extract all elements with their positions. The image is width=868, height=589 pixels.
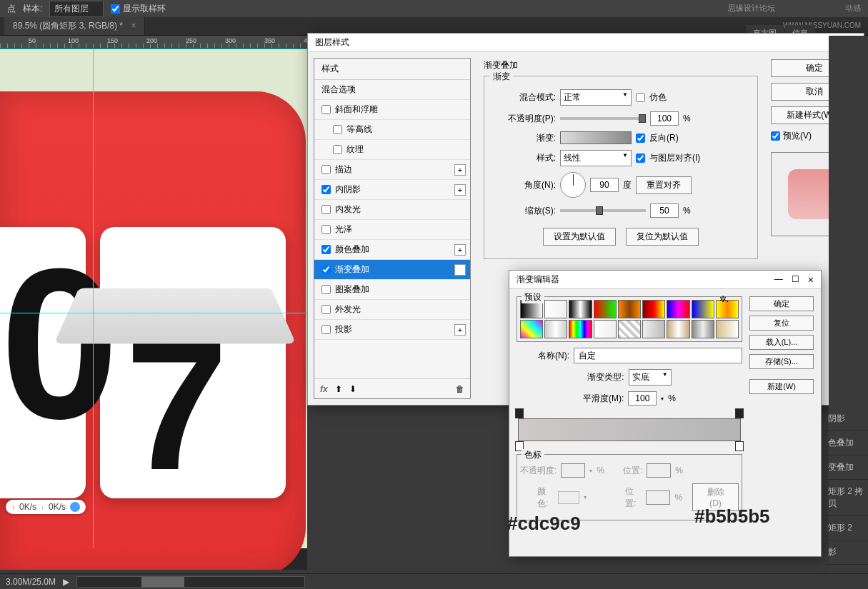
angle-dial[interactable] xyxy=(560,172,586,198)
set-default-button[interactable]: 设置为默认值 xyxy=(543,228,616,246)
gradient-picker[interactable] xyxy=(560,131,632,144)
show-ring-check[interactable] xyxy=(111,4,120,14)
arrow-up-icon[interactable]: ⬆ xyxy=(335,384,342,394)
canvas[interactable]: 0 7 xyxy=(0,49,307,570)
ge-reset-button[interactable]: 复位 xyxy=(749,316,814,331)
guide-vertical[interactable] xyxy=(93,49,94,548)
blend-mode-select[interactable]: 正常 xyxy=(560,89,632,106)
chevron-right-icon[interactable]: ▶ xyxy=(63,577,69,587)
preset-swatch[interactable] xyxy=(569,320,592,338)
smoothness-input[interactable] xyxy=(628,391,657,406)
blend-options-item[interactable]: 混合选项 xyxy=(314,80,470,100)
effect-item-光泽[interactable]: 光泽 xyxy=(314,220,470,240)
add-effect-icon[interactable]: + xyxy=(454,324,466,336)
effect-checkbox[interactable] xyxy=(333,145,342,154)
close-tab-icon[interactable]: × xyxy=(131,21,136,31)
preset-swatch[interactable] xyxy=(520,320,543,338)
effect-checkbox[interactable] xyxy=(321,285,331,294)
effect-item-内阴影[interactable]: 内阴影+ xyxy=(314,180,470,200)
scale-slider[interactable] xyxy=(560,209,646,212)
add-effect-icon[interactable]: + xyxy=(454,184,466,196)
hex-annotation-left: #cdc9c9 xyxy=(507,513,581,535)
color-stop-right[interactable] xyxy=(735,441,744,451)
gradient-bar[interactable] xyxy=(518,418,741,441)
effect-checkbox[interactable] xyxy=(321,265,331,274)
gradient-style-select[interactable]: 线性 xyxy=(560,150,632,166)
preset-swatch[interactable] xyxy=(569,300,592,318)
effect-checkbox[interactable] xyxy=(321,185,331,194)
preset-swatch[interactable] xyxy=(692,320,714,338)
effect-checkbox[interactable] xyxy=(321,205,331,214)
preview-checkbox[interactable] xyxy=(771,131,780,141)
ge-load-button[interactable]: 载入(L)... xyxy=(749,335,814,350)
speed-icon xyxy=(70,502,80,512)
effect-item-颜色叠加[interactable]: 颜色叠加+ xyxy=(314,240,470,260)
fx-icon[interactable]: fx xyxy=(320,384,328,394)
effect-checkbox[interactable] xyxy=(321,225,331,234)
preset-swatch[interactable] xyxy=(594,300,617,318)
preset-swatch[interactable] xyxy=(618,300,641,318)
effect-item-内发光[interactable]: 内发光 xyxy=(314,200,470,220)
gear-icon[interactable]: ✲. xyxy=(719,294,729,304)
effect-item-图案叠加[interactable]: 图案叠加 xyxy=(314,280,470,300)
guide-horizontal[interactable] xyxy=(0,313,307,313)
add-effect-icon[interactable]: + xyxy=(454,164,466,176)
presets-box: 预设 ✲. xyxy=(517,296,742,342)
opacity-stop-left[interactable] xyxy=(515,408,524,418)
trash-icon[interactable]: 🗑 xyxy=(456,384,464,394)
ge-save-button[interactable]: 存储(S)... xyxy=(749,354,814,369)
preset-swatch[interactable] xyxy=(667,300,689,318)
arrow-down-icon[interactable]: ⬇ xyxy=(349,384,356,394)
guide-horizontal[interactable] xyxy=(0,49,307,49)
reset-align-button[interactable]: 重置对齐 xyxy=(636,176,692,194)
preset-swatch[interactable] xyxy=(544,320,567,338)
effect-checkbox[interactable] xyxy=(321,245,331,254)
minimize-icon[interactable]: — xyxy=(774,274,783,286)
angle-input[interactable] xyxy=(590,178,619,192)
layer-style-titlebar[interactable]: 图层样式 × xyxy=(308,34,864,52)
show-sampling-ring-checkbox[interactable]: 显示取样环 xyxy=(111,3,166,15)
hex-annotation-right: #b5b5b5 xyxy=(694,505,770,528)
effect-item-投影[interactable]: 投影+ xyxy=(314,320,470,340)
styles-heading[interactable]: 样式 xyxy=(314,59,470,80)
preset-swatch[interactable] xyxy=(692,300,714,318)
effect-item-斜面和浮雕[interactable]: 斜面和浮雕 xyxy=(314,100,470,120)
gradient-editor-titlebar[interactable]: 渐变编辑器 — ☐ × xyxy=(509,271,821,289)
effect-checkbox[interactable] xyxy=(321,105,331,114)
add-effect-icon[interactable]: + xyxy=(454,264,466,276)
document-tab[interactable]: 89.5% (圆角矩形 3, RGB/8) * × xyxy=(4,17,145,35)
gradient-type-select[interactable]: 实底 xyxy=(629,369,672,386)
dither-checkbox[interactable] xyxy=(636,93,645,102)
preset-swatch[interactable] xyxy=(642,320,665,338)
effect-item-描边[interactable]: 描边+ xyxy=(314,160,470,180)
reverse-checkbox[interactable] xyxy=(636,134,645,143)
preset-swatch[interactable] xyxy=(642,300,665,318)
preset-swatch[interactable] xyxy=(667,320,689,338)
scale-input[interactable] xyxy=(650,203,679,218)
effect-item-纹理[interactable]: 纹理 xyxy=(314,140,470,160)
ge-ok-button[interactable]: 确定 xyxy=(749,296,814,311)
preset-swatch[interactable] xyxy=(618,320,641,338)
add-effect-icon[interactable]: + xyxy=(454,244,466,256)
preset-swatch[interactable] xyxy=(544,300,567,318)
reset-default-button[interactable]: 复位为默认值 xyxy=(626,228,699,246)
close-icon[interactable]: × xyxy=(808,274,814,286)
horizontal-scrollbar[interactable] xyxy=(76,576,305,588)
sample-layers-dropdown[interactable]: 所有图层 xyxy=(49,1,104,17)
effect-checkbox[interactable] xyxy=(321,305,331,314)
maximize-icon[interactable]: ☐ xyxy=(792,274,799,286)
ge-new-button[interactable]: 新建(W) xyxy=(749,379,814,394)
effect-checkbox[interactable] xyxy=(321,165,331,174)
effect-item-等高线[interactable]: 等高线 xyxy=(314,120,470,140)
effect-item-外发光[interactable]: 外发光 xyxy=(314,300,470,320)
preset-swatch[interactable] xyxy=(716,320,739,338)
effect-checkbox[interactable] xyxy=(333,125,342,134)
gradient-name-input[interactable] xyxy=(574,348,742,363)
effect-checkbox[interactable] xyxy=(321,325,331,334)
opacity-slider[interactable] xyxy=(560,117,646,120)
opacity-stop-right[interactable] xyxy=(735,408,744,418)
preset-swatch[interactable] xyxy=(594,320,617,338)
align-layer-checkbox[interactable] xyxy=(636,153,645,163)
effect-item-渐变叠加[interactable]: 渐变叠加+ xyxy=(314,260,470,280)
opacity-input[interactable] xyxy=(650,111,679,126)
